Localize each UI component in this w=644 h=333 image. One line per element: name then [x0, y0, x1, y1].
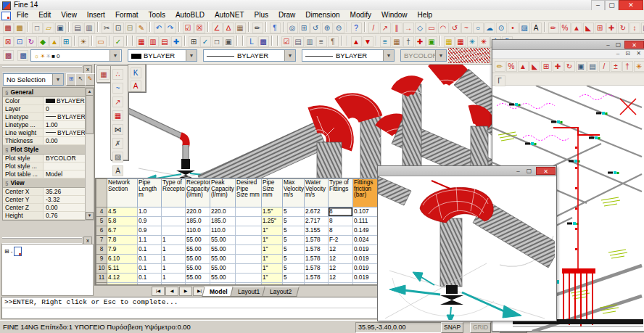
table-cell[interactable]: 0.1 [138, 264, 162, 274]
layer-explore-icon[interactable]: ▩ [17, 50, 28, 61]
close-button[interactable]: ✕ [536, 167, 556, 175]
table-cell[interactable] [236, 236, 262, 245]
table-pen-icon[interactable]: ▦ [392, 36, 402, 47]
table-cell[interactable]: 6.10 [107, 255, 138, 264]
explode-icon[interactable]: ✳ [634, 61, 644, 72]
pipe-red-block-icon[interactable]: ▦ [112, 110, 123, 121]
table-cell[interactable]: 1" [262, 226, 283, 236]
table-cell[interactable]: 55.00 [210, 274, 236, 283]
table-cell[interactable]: 55.00 [210, 255, 236, 264]
row-number[interactable]: 10 [96, 264, 107, 274]
column-header[interactable]: Desired Pipe Size mm [236, 179, 262, 207]
rotate-icon[interactable]: ↻ [564, 61, 575, 72]
table-cell[interactable]: 1 [162, 274, 186, 283]
render-icon[interactable]: ☀ [78, 36, 89, 47]
material-red-icon[interactable]: ▦ [455, 36, 466, 47]
viewport-icon[interactable]: ▣ [641, 22, 644, 33]
corner-tool-icon[interactable]: Γ [495, 75, 505, 86]
new-file-icon[interactable]: □ [32, 22, 43, 33]
table-cell[interactable] [236, 207, 262, 217]
minimize-button[interactable]: – [603, 41, 613, 49]
table-cell[interactable]: 0.149 [353, 226, 379, 236]
layers-manager-icon[interactable]: ▩ [3, 50, 14, 61]
table-cell[interactable]: 110.0 [186, 226, 210, 236]
cloud-icon[interactable]: ☁ [484, 22, 495, 33]
arrow-icon[interactable]: → [403, 22, 414, 33]
table-cell[interactable]: 55.00 [210, 236, 236, 245]
copy-icon[interactable]: ⊡ [113, 22, 124, 33]
spline-icon[interactable]: ~ [461, 22, 472, 33]
table-cell[interactable]: 0.9 [138, 217, 162, 226]
tab-nav-button[interactable]: |◀ [152, 287, 165, 296]
table-cell[interactable]: 1.578 [305, 236, 329, 245]
polygon-icon[interactable]: ◇ [415, 22, 426, 33]
zoom-in-icon[interactable]: ⊕ [322, 22, 333, 33]
column-header[interactable]: Peak Capacity (l/min) [210, 179, 236, 207]
menu-modify[interactable]: Modify [345, 10, 376, 20]
drawing-document-icon[interactable] [1, 12, 11, 20]
hatch-icon[interactable]: ▨ [519, 22, 530, 33]
table-cell[interactable]: 1 [162, 245, 186, 255]
hatch-box-icon[interactable]: ▨ [112, 152, 123, 163]
profile-tool-icon[interactable]: L [247, 36, 257, 47]
scroll-down-icon[interactable]: ▼ [86, 212, 94, 220]
mirror-icon[interactable]: ▲ [518, 61, 529, 72]
table-cell[interactable]: 0.019 [353, 245, 379, 255]
scroll-thumb[interactable] [86, 95, 94, 134]
section-box-icon[interactable]: ▣ [223, 36, 234, 47]
a-annotate-icon[interactable]: A [131, 81, 141, 91]
table-cell[interactable]: 0.019 [353, 274, 379, 283]
table-cell[interactable]: 2.717 [305, 217, 329, 226]
chevron-down-icon[interactable]: ▼ [383, 50, 394, 61]
level-down-icon[interactable]: ▼ [363, 36, 373, 47]
flow-arrow-icon[interactable]: ↗ [112, 96, 123, 107]
row-number[interactable]: 4 [96, 207, 107, 217]
network-calculation-table[interactable]: Network SectionPipe Length mType of Rece… [95, 178, 379, 285]
measure-angle-icon[interactable]: ∆ [223, 22, 234, 33]
column-header[interactable]: Water Velocity m/s [305, 179, 329, 207]
tab-nav-button[interactable]: ▶ [179, 287, 192, 296]
expand-icon[interactable]: ⊞ [4, 248, 9, 255]
row-number[interactable]: 5 [96, 217, 107, 226]
layer-line-icon[interactable]: ≡ [380, 36, 391, 47]
table-cell[interactable]: 55.00 [210, 245, 236, 255]
table-cell[interactable] [236, 245, 262, 255]
section-plot-style[interactable]: §Plot Style [3, 145, 85, 155]
table-cell[interactable]: 0.019 [353, 255, 379, 264]
menu-edit[interactable]: Edit [33, 10, 56, 20]
properties-scrollbar[interactable]: ▲ ▼ [85, 87, 94, 221]
property-value[interactable]: -3.32 [44, 196, 85, 203]
table-cell[interactable]: 1.578 [305, 274, 329, 283]
table-cells-icon[interactable]: ⊞ [189, 36, 199, 47]
property-value[interactable]: 0.00 [44, 204, 85, 211]
material-yellow-icon[interactable]: ▦ [444, 36, 455, 47]
table-cell[interactable]: 220.0 [186, 207, 210, 217]
chevron-down-icon[interactable]: ▼ [110, 50, 120, 61]
calc-sheet-icon[interactable]: ▦ [99, 69, 110, 80]
close-button[interactable]: ✕ [619, 0, 643, 11]
table-cell[interactable]: 5 [283, 255, 305, 264]
arc-icon[interactable]: ◠ [438, 22, 449, 33]
line-icon[interactable]: / [368, 22, 379, 33]
panel-grip[interactable] [2, 66, 82, 73]
zoom-window-icon[interactable]: ⊞ [299, 22, 310, 33]
table-cell[interactable]: 0.1 [138, 274, 162, 283]
table-cell[interactable]: 5.11 [107, 264, 138, 274]
column-header[interactable]: Type of Receptor [162, 179, 186, 207]
text-icon[interactable]: A [531, 22, 542, 33]
open-file-icon[interactable]: ▱ [44, 22, 54, 33]
table-cell[interactable]: 0.111 [353, 217, 379, 226]
table-cell[interactable] [236, 264, 262, 274]
menu-format[interactable]: Format [110, 10, 144, 20]
color-combo[interactable]: BYLAYER▼ [128, 49, 197, 62]
chevron-down-icon[interactable]: ▼ [52, 74, 63, 85]
save-icon[interactable]: ▣ [55, 22, 66, 33]
entity-array-icon[interactable]: ⊞ [61, 36, 72, 47]
table-cell[interactable] [162, 207, 186, 217]
toggle-grid[interactable]: GRID [470, 322, 491, 333]
image-folder-icon[interactable]: ▭ [96, 36, 107, 47]
cut-icon[interactable]: ✂ [102, 22, 112, 33]
column-header[interactable]: Type of Fittings [329, 179, 353, 207]
tool-cross-icon[interactable]: † [403, 36, 414, 47]
donut-icon[interactable]: ⊙ [496, 22, 507, 33]
